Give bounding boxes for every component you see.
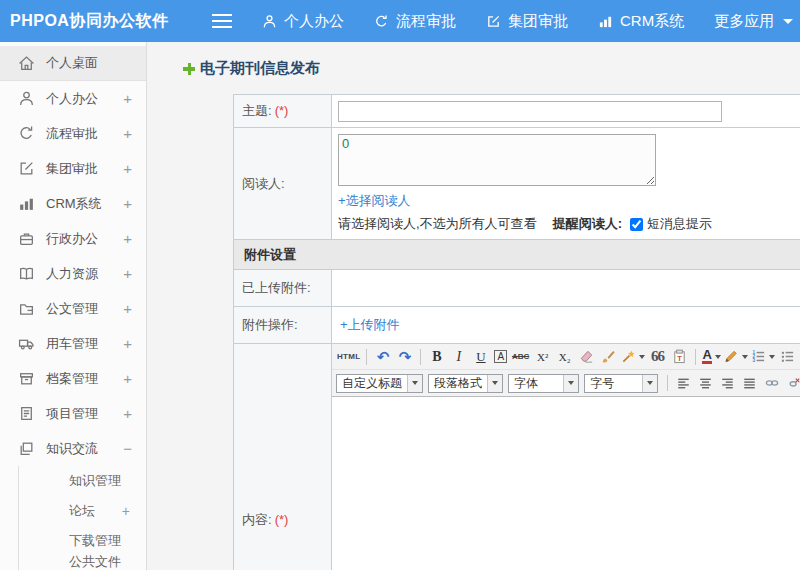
svg-text:T: T xyxy=(677,354,682,363)
superscript-button[interactable]: X² xyxy=(532,346,553,367)
sidebar-item-desktop[interactable]: 个人桌面 xyxy=(0,46,146,81)
font-family-dropdown[interactable]: 字体 xyxy=(508,374,579,393)
magic-wand-icon[interactable] xyxy=(620,346,646,367)
subject-input[interactable] xyxy=(338,101,722,122)
expand-plus-icon[interactable]: + xyxy=(122,503,130,519)
sidebar-subitem-forum[interactable]: 论坛 + xyxy=(19,496,146,526)
bar-chart-icon xyxy=(18,195,35,212)
select-readers-link[interactable]: +选择阅读人 xyxy=(338,193,411,208)
folder-icon xyxy=(18,300,35,317)
hamburger-menu-icon[interactable] xyxy=(212,14,232,28)
html-source-button[interactable]: HTML xyxy=(336,346,361,367)
project-doc-icon xyxy=(18,405,35,422)
knowledge-layers-icon xyxy=(18,440,35,457)
caret-down-icon xyxy=(407,375,422,392)
required-mark: (*) xyxy=(275,512,289,527)
collapse-minus-icon[interactable]: − xyxy=(123,440,132,457)
nav-workflow-approval[interactable]: 流程审批 xyxy=(374,12,456,31)
expand-plus-icon[interactable]: + xyxy=(123,160,132,177)
align-center-icon[interactable] xyxy=(695,373,716,394)
subscript-button[interactable]: X₂ xyxy=(554,346,575,367)
rich-text-editor: HTML ↶ ↷ B I U A ABC X² X₂ xyxy=(332,344,800,570)
sidebar-item-personal-office[interactable]: 个人办公 + xyxy=(0,81,146,116)
caret-down-icon xyxy=(769,355,775,359)
custom-heading-dropdown[interactable]: 自定义标题 xyxy=(336,374,423,393)
nav-crm[interactable]: CRM系统 xyxy=(598,12,684,31)
format-brush-icon[interactable] xyxy=(598,346,619,367)
sidebar-item-vehicles[interactable]: 用车管理 + xyxy=(0,326,146,361)
align-right-icon[interactable] xyxy=(717,373,738,394)
attachment-action-label-cell: 附件操作: xyxy=(234,307,332,344)
sidebar-item-archives[interactable]: 档案管理 + xyxy=(0,361,146,396)
paragraph-format-dropdown[interactable]: 段落格式 xyxy=(428,374,503,393)
caret-down-icon xyxy=(563,375,578,392)
briefcase-icon xyxy=(18,230,35,247)
caret-down-icon xyxy=(642,375,657,392)
expand-plus-icon[interactable]: + xyxy=(123,335,132,352)
sidebar-item-crm[interactable]: CRM系统 + xyxy=(0,186,146,221)
book-icon xyxy=(18,265,35,282)
undo-icon[interactable]: ↶ xyxy=(372,346,393,367)
redo-icon[interactable]: ↷ xyxy=(394,346,415,367)
nav-more-apps[interactable]: 更多应用 xyxy=(714,12,793,31)
expand-plus-icon[interactable]: + xyxy=(123,300,132,317)
remind-readers-label: 提醒阅读人: xyxy=(553,215,622,233)
sidebar-item-group-approval[interactable]: 集团审批 + xyxy=(0,151,146,186)
sidebar-item-documents[interactable]: 公文管理 + xyxy=(0,291,146,326)
expand-plus-icon[interactable]: + xyxy=(123,370,132,387)
svg-text:3: 3 xyxy=(753,358,756,363)
underline-button[interactable]: U xyxy=(470,346,491,367)
align-left-icon[interactable] xyxy=(673,373,694,394)
ordered-list-icon[interactable]: 123 xyxy=(750,346,776,367)
expand-plus-icon[interactable]: + xyxy=(123,405,132,422)
font-color-button[interactable]: A xyxy=(701,346,722,367)
sms-remind-checkbox[interactable] xyxy=(630,218,643,231)
editor-content-area[interactable] xyxy=(332,397,800,570)
bullet-list-icon[interactable] xyxy=(777,346,798,367)
subject-row: 主题:(*) xyxy=(234,95,800,128)
strikethrough-button[interactable]: ABC xyxy=(510,346,531,367)
highlight-color-icon[interactable] xyxy=(723,346,749,367)
content-label-cell: 内容:(*) xyxy=(234,344,332,570)
sidebar-item-admin-office[interactable]: 行政办公 + xyxy=(0,221,146,256)
upload-attachment-link[interactable]: +上传附件 xyxy=(340,317,400,332)
blockquote-button[interactable]: 66 xyxy=(647,346,668,367)
edit-square-icon xyxy=(486,14,501,29)
app-header: PHPOA协同办公软件 个人办公 流程审批 集团审批 CRM系统 更多应用 xyxy=(0,0,800,42)
sidebar: 个人桌面 个人办公 + 流程审批 + 集团审批 + CRM系统 + 行政办公 + xyxy=(0,42,147,570)
bold-button[interactable]: B xyxy=(426,346,447,367)
sidebar-subitem-downloads[interactable]: 下载管理 xyxy=(19,526,146,556)
sidebar-subitem-knowledge-mgmt[interactable]: 知识管理 xyxy=(19,466,146,496)
align-justify-icon[interactable] xyxy=(739,373,760,394)
caret-down-icon xyxy=(742,355,748,359)
nav-group-approval[interactable]: 集团审批 xyxy=(486,12,568,31)
attachment-action-row: 附件操作: +上传附件 xyxy=(234,307,800,344)
eraser-icon[interactable] xyxy=(576,346,597,367)
font-style-button[interactable]: A xyxy=(494,350,507,363)
paste-icon[interactable]: T xyxy=(669,346,690,367)
expand-plus-icon[interactable]: + xyxy=(123,265,132,282)
sidebar-item-projects[interactable]: 项目管理 + xyxy=(0,396,146,431)
publish-form: 主题:(*) 阅读人: 0 +选择阅读人 请选择阅读人,不选为所有人可查看 xyxy=(233,94,800,570)
person-icon xyxy=(262,14,277,29)
caret-down-icon xyxy=(715,355,721,359)
expand-plus-icon[interactable]: + xyxy=(123,230,132,247)
expand-plus-icon[interactable]: + xyxy=(123,90,132,107)
expand-plus-icon[interactable]: + xyxy=(123,125,132,142)
sidebar-item-workflow[interactable]: 流程审批 + xyxy=(0,116,146,151)
expand-plus-icon[interactable]: + xyxy=(123,195,132,212)
content-row: 内容:(*) HTML ↶ ↷ B I U xyxy=(234,344,800,570)
italic-button[interactable]: I xyxy=(448,346,469,367)
readers-hint-text: 请选择阅读人,不选为所有人可查看 xyxy=(338,215,537,233)
nav-personal-office[interactable]: 个人办公 xyxy=(262,12,344,31)
readers-textarea[interactable]: 0 xyxy=(338,134,656,186)
sidebar-subitem-public-files[interactable]: 公共文件柜 xyxy=(19,556,146,570)
caret-down-icon xyxy=(639,355,645,359)
insert-link-icon[interactable] xyxy=(761,373,782,394)
attachment-section-header: 附件设置 xyxy=(234,240,800,270)
sidebar-item-knowledge[interactable]: 知识交流 − xyxy=(0,431,146,466)
subject-label-cell: 主题:(*) xyxy=(234,95,332,128)
font-size-dropdown[interactable]: 字号 xyxy=(584,374,658,393)
unlink-icon[interactable] xyxy=(783,373,800,394)
sidebar-item-hr[interactable]: 人力资源 + xyxy=(0,256,146,291)
